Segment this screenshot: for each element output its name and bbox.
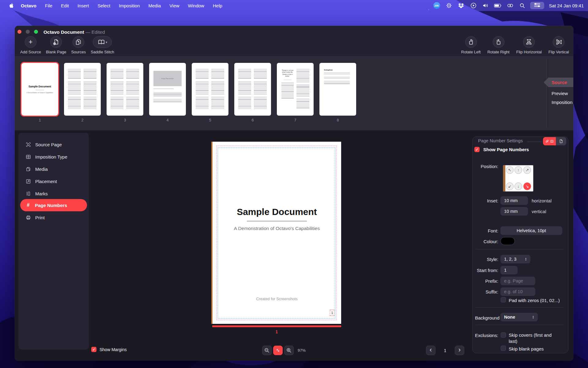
- sidebar-item-placement[interactable]: Placement: [20, 175, 87, 187]
- checkbox-checked-icon[interactable]: [474, 147, 480, 152]
- thumbnail-text-lines: [68, 69, 81, 111]
- page-preview: Sample Document A Demonstration of Octav…: [213, 142, 341, 324]
- inset-vertical-field[interactable]: 10 mm: [500, 207, 528, 216]
- tab-imposition[interactable]: Imposition: [547, 98, 573, 107]
- thumbnail-page-8[interactable]: Colophon 8: [319, 63, 356, 122]
- thumbnail-1-page[interactable]: Sample Document A Demonstration of Octav…: [21, 63, 58, 116]
- imposition-type-icon: [26, 154, 31, 159]
- tab-source[interactable]: Source: [544, 78, 573, 87]
- menubar-clock[interactable]: Sat 24 Jan 09:41: [547, 3, 584, 8]
- volume-icon[interactable]: [481, 2, 490, 9]
- menu-insert[interactable]: Insert: [74, 2, 93, 9]
- thumbnail-page-6[interactable]: 6: [234, 63, 271, 122]
- menu-app-name[interactable]: Octavo: [17, 2, 40, 9]
- zoom-out-button[interactable]: [262, 346, 272, 355]
- rotate-right-button[interactable]: Flip Horizontal Rotate Right: [487, 36, 509, 54]
- skip-covers-checkbox[interactable]: [501, 332, 506, 338]
- skip-blank-checkbox[interactable]: [501, 346, 506, 351]
- zoom-fit-button[interactable]: [273, 346, 283, 355]
- dropbox-icon[interactable]: [457, 2, 466, 9]
- thumbnail-number: 3: [124, 118, 126, 122]
- tab-preview[interactable]: Preview: [547, 89, 573, 98]
- sidebar-item-page-numbers[interactable]: # Page Numbers: [20, 199, 87, 211]
- sheet-underline: [212, 325, 341, 327]
- prefix-field[interactable]: e.g. Page: [500, 277, 535, 285]
- next-page-button[interactable]: ›: [455, 346, 464, 355]
- sidebar-item-media[interactable]: Media: [20, 163, 87, 175]
- rotate-left-icon: [465, 36, 477, 48]
- font-label: Font:: [473, 228, 498, 233]
- zoom-app-icon[interactable]: zm: [432, 2, 441, 9]
- spotlight-search-icon[interactable]: [518, 2, 527, 9]
- position-top-center-button[interactable]: ↑: [514, 166, 522, 174]
- show-margins-checkbox[interactable]: Show Margins: [91, 347, 127, 352]
- colour-swatch[interactable]: [500, 237, 515, 245]
- control-center-icon[interactable]: [530, 2, 544, 9]
- flip-vertical-button[interactable]: Flip Vertical: [548, 36, 569, 54]
- inset-horizontal-field[interactable]: 10 mm: [500, 196, 528, 205]
- flip-horizontal-button[interactable]: Flip Horizontal: [516, 36, 542, 54]
- zoom-level: 97%: [298, 348, 306, 353]
- rotate-left-button[interactable]: Rotate Left: [461, 36, 481, 54]
- style-dropdown[interactable]: 1, 2, 3 ▲▼: [500, 255, 530, 263]
- thumbnail-text-lines: [196, 69, 209, 111]
- thumbnail-text-lines: [126, 69, 139, 111]
- sources-icon: [73, 36, 84, 48]
- menu-window[interactable]: Window: [184, 2, 208, 9]
- sidebar-item-marks[interactable]: Marks: [20, 187, 87, 200]
- panel-divider: [476, 307, 564, 308]
- start-from-field[interactable]: 1: [500, 266, 518, 274]
- sidebar-item-source-page[interactable]: Source Page: [20, 138, 87, 151]
- scope-single-page-segment[interactable]: [556, 137, 566, 145]
- zoom-button[interactable]: [34, 30, 38, 34]
- menu-help[interactable]: Help: [209, 2, 226, 9]
- font-button[interactable]: Helvetica, 10pt: [500, 226, 562, 235]
- image-placeholder: Image Placeholder: [153, 71, 182, 86]
- previous-page-button[interactable]: ‹: [426, 346, 435, 355]
- position-bottom-left-button[interactable]: ↙: [506, 182, 514, 190]
- zoom-in-button[interactable]: [284, 346, 294, 355]
- battery-icon[interactable]: [493, 2, 503, 9]
- scope-spread-segment[interactable]: [543, 137, 556, 145]
- menu-edit[interactable]: Edit: [57, 2, 73, 9]
- apple-menu-icon[interactable]: [7, 2, 16, 9]
- suffix-field[interactable]: e.g. of 10: [500, 287, 535, 296]
- sidebar-item-imposition-type[interactable]: Imposition Type: [20, 151, 87, 163]
- thumbnail-page-5[interactable]: 5: [192, 63, 228, 122]
- thumbnail-page-3[interactable]: 3: [107, 63, 143, 122]
- position-bottom-right-button[interactable]: ↘: [523, 182, 531, 190]
- add-source-button[interactable]: + Add Source: [20, 36, 41, 54]
- checkbox-checked-icon[interactable]: [91, 347, 96, 352]
- sidebar-item-label: Media: [35, 167, 48, 172]
- thumbnail-page-7[interactable]: "Design is not just what it looks like. …: [277, 63, 314, 122]
- blank-page-button[interactable]: Blank Page: [46, 36, 66, 54]
- background-dropdown[interactable]: None ▲▼: [500, 313, 538, 321]
- menu-view[interactable]: View: [166, 2, 183, 9]
- show-page-numbers-label: Show Page Numbers: [483, 147, 529, 152]
- rotate-right-icon: [493, 36, 504, 48]
- helm-icon[interactable]: [444, 2, 454, 9]
- saddle-stitch-button[interactable]: ▾ Saddle Stitch: [91, 36, 114, 54]
- position-label: Position:: [473, 164, 498, 169]
- position-top-left-button[interactable]: ↖: [506, 166, 514, 174]
- thumbnail-page-2[interactable]: 2: [64, 63, 101, 122]
- thumbnail-page-1[interactable]: Sample Document A Demonstration of Octav…: [21, 63, 58, 122]
- close-button[interactable]: [17, 30, 21, 34]
- page-indicator[interactable]: 1: [435, 348, 455, 353]
- hotspot-link-icon[interactable]: [506, 2, 515, 9]
- thumbnail-text-lines: [111, 69, 123, 111]
- pad-zeros-checkbox[interactable]: [501, 297, 506, 302]
- minimize-button[interactable]: [26, 30, 30, 34]
- sources-button[interactable]: Sources: [71, 36, 86, 54]
- position-bottom-center-button[interactable]: ↓: [514, 182, 522, 190]
- thumbnail-page-4[interactable]: Image Placeholder 4: [149, 63, 186, 122]
- menu-file[interactable]: File: [41, 2, 56, 9]
- menu-media[interactable]: Media: [145, 2, 164, 9]
- menu-select[interactable]: Select: [94, 2, 114, 9]
- sidebar-item-print[interactable]: Print: [20, 211, 87, 224]
- show-page-numbers-checkbox[interactable]: Show Page Numbers: [474, 147, 529, 152]
- menu-imposition[interactable]: Imposition: [115, 2, 143, 9]
- play-circle-icon[interactable]: [469, 2, 478, 9]
- page-navigation: ‹ 1 ›: [426, 346, 464, 355]
- position-top-right-button[interactable]: ↗: [523, 166, 531, 174]
